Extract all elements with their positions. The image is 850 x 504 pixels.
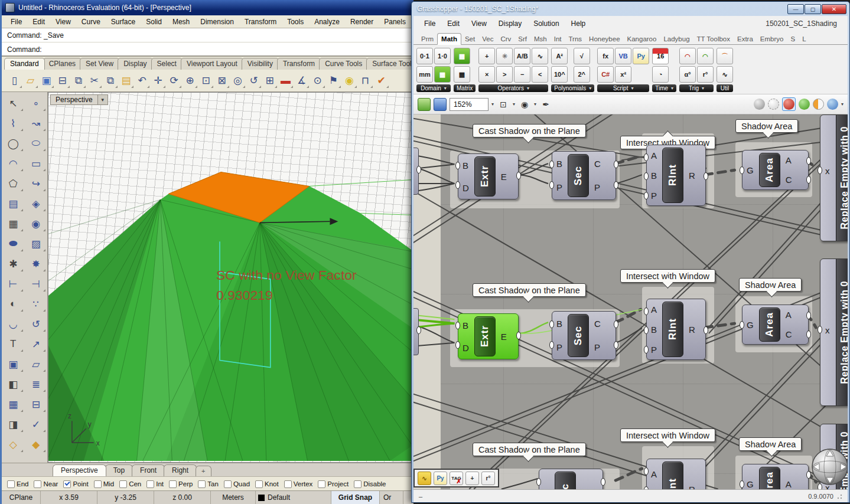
- command-prompt-line[interactable]: Command:: [2, 42, 413, 57]
- rhino-menu-curve[interactable]: Curve: [76, 17, 106, 27]
- ribbon-icon-interpolate-data[interactable]: ∿: [717, 66, 733, 83]
- param-c[interactable]: C: [594, 159, 601, 169]
- ribbon-icon-construct-domain[interactable]: 0·1: [416, 48, 433, 64]
- param-p[interactable]: P: [651, 345, 657, 355]
- status-coord-x[interactable]: x 3.59: [41, 491, 97, 504]
- gh-tab-msh[interactable]: Msh: [530, 34, 551, 44]
- radians-widget-icon[interactable]: r°: [481, 472, 495, 485]
- preview-wireframe-gem-icon[interactable]: [768, 99, 779, 110]
- rhino-menu-solid[interactable]: Solid: [141, 17, 167, 27]
- gh-tab-s[interactable]: S: [787, 34, 799, 44]
- tag-cast-shadow-3[interactable]: Cast Shadow on the Plane: [473, 443, 586, 456]
- viewport-title[interactable]: Perspective: [50, 94, 98, 105]
- ribbon-icon-sine[interactable]: ◠: [679, 48, 696, 64]
- gh-titlebar[interactable]: Grasshopper - 150201_SC_1Shading*: [412, 2, 849, 16]
- toolbar-icon-lock[interactable]: ⊓: [357, 73, 373, 89]
- status-layer[interactable]: Default: [256, 491, 331, 504]
- node-capsule[interactable]: RInt: [662, 462, 683, 489]
- param-a[interactable]: A: [786, 155, 792, 165]
- param-r[interactable]: R: [689, 485, 695, 490]
- palette-icon-hatch[interactable]: ▱: [25, 354, 48, 374]
- palette-icon-visibility-toggle[interactable]: ◨: [2, 414, 25, 434]
- ribbon-label-time[interactable]: Time▾: [652, 84, 676, 92]
- param-c[interactable]: C: [594, 319, 601, 329]
- add-widget-icon[interactable]: +: [465, 472, 479, 485]
- gh-node-area-1[interactable]: G Area AC: [742, 150, 809, 190]
- gh-tab-prm[interactable]: Prm: [418, 34, 437, 44]
- gh-node-area-2[interactable]: G Area AC: [742, 305, 809, 345]
- maximize-button[interactable]: ▢: [805, 4, 821, 14]
- view-tab-perspective[interactable]: Perspective: [53, 464, 106, 476]
- rhino-menu-file[interactable]: File: [5, 17, 27, 27]
- toolbar-tab-select[interactable]: Select: [151, 58, 183, 70]
- toolbar-icon-move-car[interactable]: ▬: [278, 73, 294, 89]
- gh-tab-int[interactable]: Int: [551, 34, 565, 44]
- gh-tab-kangaroo[interactable]: Kangaroo: [624, 34, 660, 44]
- param-a[interactable]: A: [786, 310, 792, 320]
- status-coord-z[interactable]: z 0.00: [154, 491, 211, 504]
- ribbon-icon-larger-than[interactable]: >: [496, 66, 513, 83]
- osnap-near[interactable]: Near: [34, 480, 58, 487]
- osnap-mid[interactable]: Mid: [94, 480, 115, 487]
- close-button[interactable]: ✕: [822, 4, 846, 14]
- rhino-menu-tools[interactable]: Tools: [282, 17, 309, 27]
- palette-icon-point[interactable]: ∘: [25, 93, 48, 113]
- osnap-disable[interactable]: Disable: [354, 480, 386, 487]
- palette-icon-text[interactable]: T: [2, 334, 25, 354]
- gh-tab-set[interactable]: Set: [461, 34, 478, 44]
- ribbon-label-operators[interactable]: Operators▾: [478, 84, 548, 92]
- ribbon-icon-python-script[interactable]: Py: [633, 48, 649, 64]
- palette-icon-box[interactable]: ▦: [2, 214, 25, 234]
- ribbon-icon-smaller-than[interactable]: <: [532, 66, 548, 83]
- node-capsule[interactable]: Extr: [474, 156, 496, 197]
- gh-tab-tt-toolbox[interactable]: TT Toolbox: [693, 34, 734, 44]
- toolbar-icon-lamp[interactable]: ◉: [341, 73, 357, 89]
- ribbon-icon-calendar-date[interactable]: 16: [652, 48, 669, 64]
- ribbon-icon-construct-matrix[interactable]: ▦: [454, 48, 470, 64]
- gh-tab-ladybug[interactable]: Ladybug: [660, 34, 693, 44]
- gh-tab-l[interactable]: L: [799, 34, 809, 44]
- gh-menu-view[interactable]: View: [465, 18, 493, 29]
- palette-icon-dimension[interactable]: ↗: [25, 334, 48, 354]
- osnap-project[interactable]: Project: [318, 480, 349, 487]
- palette-icon-split[interactable]: ⊣: [25, 274, 48, 294]
- rhino-menu-surface[interactable]: Surface: [106, 17, 141, 27]
- ribbon-label-trig[interactable]: Trig▾: [679, 84, 714, 92]
- tag-shadow-area-3[interactable]: Shadow Area: [739, 437, 802, 451]
- palette-icon-array-grid[interactable]: ▦: [2, 394, 25, 414]
- param-p[interactable]: P: [556, 182, 562, 192]
- palette-icon-rectangle[interactable]: ▭: [25, 153, 48, 174]
- toolbar-icon-shield-check[interactable]: ✔: [373, 73, 389, 89]
- toolbar-icon-zoom-lens[interactable]: ◎: [230, 73, 246, 89]
- param-x[interactable]: x: [825, 325, 830, 335]
- osnap-knot[interactable]: Knot: [255, 480, 279, 487]
- tag-cast-shadow-2[interactable]: Cast Shadow on the Plane: [473, 283, 586, 297]
- rhino-menu-edit[interactable]: Edit: [27, 17, 50, 27]
- toolbar-icon-cut[interactable]: ✂: [86, 73, 102, 89]
- view-tab-top[interactable]: Top: [105, 464, 133, 476]
- param-p[interactable]: P: [651, 191, 657, 201]
- param-d[interactable]: D: [463, 183, 469, 193]
- preview-half-gem-icon[interactable]: [813, 99, 824, 110]
- osnap-quad[interactable]: Quad: [224, 480, 250, 487]
- param-c[interactable]: C: [786, 329, 792, 339]
- node-capsule[interactable]: Area: [759, 467, 780, 489]
- status-cplane[interactable]: CPlane: [2, 491, 41, 504]
- osnap-point[interactable]: Point: [63, 480, 88, 487]
- gh-menu-solution[interactable]: Solution: [527, 18, 565, 29]
- toolbar-tab-set-view[interactable]: Set View: [80, 58, 119, 70]
- ribbon-icon-deconstruct-domain[interactable]: 1·0: [434, 48, 451, 64]
- preview-off-gem-icon[interactable]: [754, 99, 765, 110]
- rhino-menu-render[interactable]: Render: [345, 17, 379, 27]
- palette-icon-arc[interactable]: ◠: [2, 153, 25, 174]
- ribbon-icon-subtraction[interactable]: −: [514, 66, 530, 83]
- open-document-icon[interactable]: [418, 98, 431, 111]
- node-capsule[interactable]: RInt: [662, 302, 683, 357]
- rhino-menu-transform[interactable]: Transform: [239, 17, 282, 27]
- gh-node-replace-empty-1[interactable]: x Replace Empty with 0: [820, 114, 848, 241]
- ribbon-label-script[interactable]: Script▾: [597, 84, 649, 92]
- view-tab-front[interactable]: Front: [132, 464, 165, 476]
- osnap-end[interactable]: End: [7, 480, 28, 487]
- palette-icon-point-cloud[interactable]: ∵: [25, 294, 48, 314]
- toolbar-tab-transform[interactable]: Transform: [277, 58, 321, 70]
